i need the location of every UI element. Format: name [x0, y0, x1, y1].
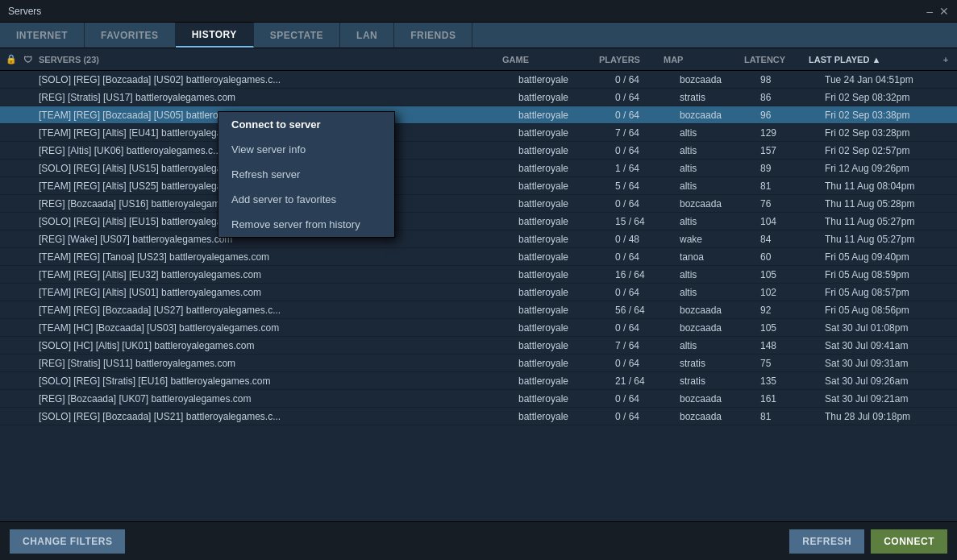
table-row[interactable]: [TEAM] [REG] [Bozcaada] [US27] battleroy… — [0, 301, 957, 319]
tab-lan[interactable]: LAN — [340, 23, 394, 48]
title-bar-controls: – ✕ — [926, 6, 949, 17]
tab-favorites[interactable]: FAVORITES — [85, 23, 176, 48]
table-row[interactable]: [REG] [Altis] [UK06] battleroyalegames.c… — [0, 142, 957, 160]
cell-map: altis — [680, 340, 760, 351]
cell-map: bozcaada — [680, 393, 760, 404]
change-filters-button[interactable]: CHANGE FILTERS — [10, 529, 125, 554]
table-row[interactable]: [TEAM] [REG] [Bozcaada] [US05] battleroy… — [0, 106, 957, 124]
table-row[interactable]: [REG] [Bozcaada] [US16] battleroyalegame… — [0, 195, 957, 213]
refresh-button[interactable]: REFRESH — [789, 529, 864, 554]
cell-players: 15 / 64 — [615, 216, 680, 227]
cell-players: 0 / 64 — [615, 322, 680, 334]
cell-game: battleroyale — [518, 92, 615, 103]
cell-latency: 92 — [760, 305, 825, 316]
table-row[interactable]: [TEAM] [REG] [Altis] [US01] battleroyale… — [0, 284, 957, 301]
col-header-add[interactable]: + — [938, 55, 954, 64]
cell-game: battleroyale — [518, 393, 615, 404]
cell-map: altis — [680, 127, 760, 139]
cell-players: 7 / 64 — [615, 340, 680, 351]
cell-game: battleroyale — [518, 375, 615, 387]
window-title: Servers — [8, 6, 41, 17]
table-row[interactable]: [TEAM] [REG] [Tanoa] [US23] battleroyale… — [0, 248, 957, 266]
cell-latency: 81 — [760, 180, 825, 192]
cell-map: altis — [680, 145, 760, 156]
cell-latency: 75 — [760, 358, 825, 369]
table-row[interactable]: [TEAM] [REG] [Altis] [US25] battleroyale… — [0, 177, 957, 195]
tab-internet[interactable]: INTERNET — [0, 23, 85, 48]
cell-server: [TEAM] [REG] [Bozcaada] [US27] battleroy… — [35, 305, 518, 316]
cell-lastplayed: Fri 05 Aug 08:56pm — [825, 305, 954, 316]
cell-game: battleroyale — [518, 163, 615, 174]
tab-bar: INTERNETFAVORITESHISTORYSPECTATELANFRIEN… — [0, 23, 957, 48]
table-row[interactable]: [REG] [Wake] [US07] battleroyalegames.co… — [0, 230, 957, 248]
cell-map: altis — [680, 269, 760, 280]
tab-friends[interactable]: FRIENDS — [394, 23, 472, 48]
table-row[interactable]: [REG] [Stratis] [US11] battleroyalegames… — [0, 355, 957, 372]
cell-players: 5 / 64 — [615, 180, 680, 192]
cell-map: stratis — [680, 92, 760, 103]
col-header-game[interactable]: GAME — [502, 55, 599, 64]
cell-map: bozcaada — [680, 305, 760, 316]
col-header-latency[interactable]: LATENCY — [744, 55, 809, 64]
cell-lastplayed: Sat 30 Jul 09:31am — [825, 358, 954, 369]
footer-right: REFRESH CONNECT — [789, 529, 947, 554]
cell-map: bozcaada — [680, 198, 760, 209]
cell-map: stratis — [680, 358, 760, 369]
cell-map: bozcaada — [680, 74, 760, 85]
cell-players: 1 / 64 — [615, 163, 680, 174]
cell-latency: 84 — [760, 234, 825, 245]
cell-map: altis — [680, 180, 760, 192]
cell-game: battleroyale — [518, 198, 615, 209]
cell-server: [SOLO] [REG] [Stratis] [EU16] battleroya… — [35, 375, 518, 387]
cell-map: bozcaada — [680, 322, 760, 334]
cell-players: 21 / 64 — [615, 375, 680, 387]
context-menu-item-connect[interactable]: Connect to server — [218, 112, 394, 137]
cell-latency: 98 — [760, 74, 825, 85]
table-row[interactable]: [SOLO] [REG] [Bozcaada] [US02] battleroy… — [0, 71, 957, 89]
cell-map: altis — [680, 163, 760, 174]
col-header-players[interactable]: PLAYERS — [599, 55, 664, 64]
tab-spectate[interactable]: SPECTATE — [254, 23, 340, 48]
context-menu-item-viewinfo[interactable]: View server info — [218, 137, 394, 162]
footer: CHANGE FILTERS REFRESH CONNECT — [0, 521, 957, 560]
connect-button[interactable]: CONNECT — [871, 529, 947, 554]
col-header-server[interactable]: SERVERS (23) — [35, 55, 502, 64]
cell-lastplayed: Tue 24 Jan 04:51pm — [825, 74, 954, 85]
col-header-map[interactable]: MAP — [664, 55, 744, 64]
cell-server: [SOLO] [REG] [Bozcaada] [US21] battleroy… — [35, 411, 518, 422]
cell-lastplayed: Thu 11 Aug 08:04pm — [825, 180, 954, 192]
context-menu-item-refresh[interactable]: Refresh server — [218, 162, 394, 187]
cell-lastplayed: Fri 02 Sep 02:57pm — [825, 145, 954, 156]
cell-players: 0 / 64 — [615, 198, 680, 209]
table-row[interactable]: [TEAM] [REG] [Altis] [EU32] battleroyale… — [0, 266, 957, 284]
col-header-lastplayed[interactable]: LAST PLAYED ▲ — [809, 55, 938, 64]
close-button[interactable]: ✕ — [939, 6, 949, 17]
table-row[interactable]: [SOLO] [REG] [Bozcaada] [US21] battleroy… — [0, 408, 957, 425]
cell-server: [REG] [Bozcaada] [UK07] battleroyalegame… — [35, 393, 518, 404]
tab-history[interactable]: HISTORY — [176, 23, 254, 48]
cell-lastplayed: Thu 28 Jul 09:18pm — [825, 411, 954, 422]
table-row[interactable]: [SOLO] [REG] [Altis] [EU15] battleroyale… — [0, 213, 957, 230]
table-row[interactable]: [SOLO] [HC] [Altis] [UK01] battleroyaleg… — [0, 337, 957, 355]
minimize-button[interactable]: – — [926, 6, 933, 17]
cell-server: [SOLO] [REG] [Bozcaada] [US02] battleroy… — [35, 74, 518, 85]
table-row[interactable]: [SOLO] [REG] [Altis] [US15] battleroyale… — [0, 160, 957, 177]
table-row[interactable]: [REG] [Stratis] [US17] battleroyalegames… — [0, 89, 957, 106]
cell-game: battleroyale — [518, 269, 615, 280]
table-row[interactable]: [TEAM] [HC] [Bozcaada] [US03] battleroya… — [0, 319, 957, 337]
cell-lastplayed: Sat 30 Jul 09:21am — [825, 393, 954, 404]
cell-players: 0 / 64 — [615, 110, 680, 121]
cell-map: stratis — [680, 375, 760, 387]
cell-game: battleroyale — [518, 110, 615, 121]
main-content: 🔒 🛡 SERVERS (23) GAME PLAYERS MAP LATENC… — [0, 48, 957, 521]
table-row[interactable]: [SOLO] [REG] [Stratis] [EU16] battleroya… — [0, 372, 957, 390]
context-menu-item-removefromhistory[interactable]: Remove server from history — [218, 212, 394, 237]
table-row[interactable]: [TEAM] [REG] [Altis] [EU41] battleroyale… — [0, 124, 957, 142]
cell-players: 0 / 64 — [615, 145, 680, 156]
context-menu-item-addfavorite[interactable]: Add server to favorites — [218, 187, 394, 212]
cell-players: 0 / 64 — [615, 358, 680, 369]
table-row[interactable]: [REG] [Bozcaada] [UK07] battleroyalegame… — [0, 390, 957, 408]
cell-server: [SOLO] [HC] [Altis] [UK01] battleroyaleg… — [35, 340, 518, 351]
cell-lastplayed: Fri 02 Sep 08:32pm — [825, 92, 954, 103]
cell-latency: 135 — [760, 375, 825, 387]
